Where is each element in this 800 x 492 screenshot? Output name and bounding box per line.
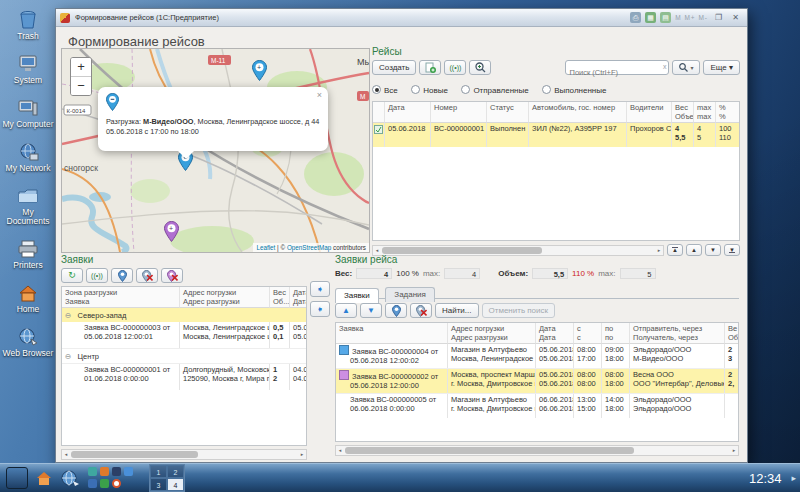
capacity-summary: Вес: 4 100 % max: 4 Объем: 5,5 110 % max… — [335, 268, 739, 279]
close-button[interactable]: ✕ — [729, 13, 742, 22]
desktop-icon-system[interactable]: System — [0, 54, 56, 85]
desktop-icon-my-computer[interactable]: My Computer — [0, 98, 56, 129]
create-trip-button[interactable]: Создать — [372, 60, 416, 75]
zone-group-row[interactable]: ⊖ Северо-запад — [62, 308, 306, 322]
hide-pin-button[interactable] — [136, 268, 158, 283]
popup-org: М-Видео/ООО — [143, 117, 193, 126]
move-up-button[interactable]: ▲ — [335, 303, 357, 318]
radio-icon — [461, 85, 470, 94]
maximize-button[interactable]: ❐ — [712, 13, 725, 22]
taskbar: 1 2 3 4 12:34 ▸ — [0, 463, 800, 492]
leaflet-link[interactable]: Leaflet — [256, 244, 275, 251]
tab-requests[interactable]: Заявки — [335, 288, 379, 303]
volume-value: 5,5 — [532, 268, 568, 279]
trips-search-field[interactable]: x — [565, 60, 669, 75]
svg-text:Мы: Мы — [357, 57, 369, 67]
print-icon[interactable]: ⎙ — [630, 12, 641, 23]
search-input[interactable] — [566, 66, 658, 79]
desktop-icon-my-network[interactable]: My Network — [0, 142, 56, 173]
request-row[interactable]: Заявка ВС-000000001 от01.06.2018 0:00:00… — [62, 364, 306, 390]
cancel-search-button[interactable]: Отменить поиск — [482, 303, 556, 318]
trip-requests-title: Заявки рейса — [335, 254, 739, 265]
tree-expander-icon[interactable]: ⊖ — [65, 352, 71, 361]
show-on-map-button[interactable]: ((•)) — [444, 60, 466, 75]
show-pin-button[interactable] — [111, 268, 133, 283]
map-marker-blue-plus[interactable]: + — [252, 60, 267, 81]
move-down-button[interactable]: ▼ — [360, 303, 382, 318]
desktop-icon-trash[interactable]: Trash — [0, 10, 56, 41]
tab-tasks[interactable]: Задания — [385, 287, 435, 302]
trip-requests-table[interactable]: Заявка Адрес погрузкиАдрес разгрузки Дат… — [335, 322, 739, 442]
broadcast-button[interactable]: ((•)) — [86, 268, 108, 283]
show-pin-button[interactable] — [385, 303, 407, 318]
trip-request-row-selected[interactable]: Заявка ВС-000000002 от05.06.2018 12:00:0… — [336, 369, 738, 394]
zone-group-row[interactable]: ⊖ Центр — [62, 349, 306, 364]
network-globe-icon — [17, 142, 39, 162]
hide-pin-button[interactable] — [410, 303, 432, 318]
trip-request-row[interactable]: Заявка ВС-000000004 от05.06.2018 12:00:0… — [336, 344, 738, 369]
trip-requests-hscrollbar[interactable]: ◂▸ — [335, 445, 739, 456]
calculator-memory-buttons[interactable]: M M+ M- — [675, 14, 708, 21]
map-zoom-in-button[interactable]: + — [71, 58, 91, 77]
map-view[interactable]: Химки сногорск Мы М-11 К-0014 М + − + + … — [61, 48, 370, 253]
move-to-trip-button[interactable]: ➧ — [310, 281, 330, 297]
zoom-to-object-button[interactable] — [469, 60, 491, 75]
trips-panel-title: Рейсы — [372, 46, 740, 57]
hide-all-pins-button[interactable] — [161, 268, 183, 283]
find-button[interactable]: Найти... — [435, 303, 479, 318]
pager-desktop-2[interactable]: 2 — [167, 465, 184, 478]
quick-launch-icons[interactable] — [88, 467, 135, 490]
pin-icon — [118, 270, 127, 282]
map-zoom-out-button[interactable]: − — [71, 77, 91, 95]
trip-row[interactable]: 05.06.2018 ВС-000000001 Выполнен ЗИЛ (№2… — [373, 123, 739, 147]
osm-link[interactable]: OpenStreetMap — [287, 244, 331, 251]
desktop-pager[interactable]: 1 2 3 4 — [149, 464, 185, 492]
start-menu-icon[interactable] — [6, 467, 28, 489]
filter-new[interactable]: Новые — [411, 79, 457, 96]
requests-table[interactable]: Зона разгрузкиЗаявка Адрес погрузкиАдрес… — [61, 286, 307, 446]
taskbar-home-icon[interactable] — [34, 468, 54, 488]
taskbar-clock[interactable]: 12:34 — [749, 471, 792, 486]
move-from-trip-button[interactable]: ➧ — [310, 301, 330, 317]
desktop-icon-home[interactable]: Home — [0, 283, 56, 314]
svg-text:М-11: М-11 — [211, 57, 226, 64]
broadcast-icon: ((•)) — [450, 61, 462, 74]
more-button[interactable]: Еще ▾ — [703, 60, 740, 75]
request-row[interactable]: Заявка ВС-000000003 от05.06.2018 12:00:0… — [62, 322, 306, 349]
window-titlebar[interactable]: Формирование рейсов (1С:Предприятие) ⎙ ▦… — [56, 9, 747, 27]
svg-text:М: М — [360, 93, 365, 100]
requests-hscrollbar[interactable]: ◂▸ — [61, 449, 307, 460]
tree-expander-icon[interactable]: ⊖ — [65, 311, 71, 320]
window-title: Формирование рейсов (1С:Предприятие) — [75, 13, 219, 22]
calculator-icon[interactable]: ▤ — [660, 12, 671, 23]
desktop-icon-web-browser[interactable]: Web Browser — [0, 327, 56, 358]
search-button[interactable]: ▾ — [672, 60, 700, 75]
search-clear-icon[interactable]: x — [663, 63, 667, 70]
popup-close-icon[interactable]: × — [317, 90, 322, 100]
filter-sent[interactable]: Отправленные — [461, 79, 537, 96]
trip-request-row[interactable]: Заявка ВС-000000005 от06.06.2018 0:00:00… — [336, 394, 738, 418]
pin-off-icon — [142, 270, 153, 282]
pager-desktop-4[interactable]: 4 — [167, 478, 184, 491]
pins-off-icon — [167, 270, 178, 282]
pager-desktop-1[interactable]: 1 — [150, 465, 167, 478]
map-marker-purple-plus[interactable]: + — [164, 221, 179, 242]
trips-header-row: Дата Номер Статус Автомобиль, гос. номер… — [373, 102, 739, 123]
pager-desktop-3[interactable]: 3 — [150, 478, 167, 491]
radio-icon — [542, 85, 551, 94]
filter-done[interactable]: Выполненные — [542, 79, 615, 96]
1c-app-icon — [60, 13, 70, 23]
desktop-icon-my-documents[interactable]: My Documents — [0, 186, 56, 226]
filter-all[interactable]: Все — [372, 79, 407, 96]
calendar-icon[interactable]: ▦ — [645, 12, 656, 23]
taskbar-browser-icon[interactable] — [60, 468, 80, 488]
desktop-icon-printers[interactable]: Printers — [0, 239, 56, 270]
weight-value: 4 — [356, 268, 392, 279]
create-by-copy-button[interactable] — [419, 60, 441, 75]
taskbar-expand-icon[interactable]: ▸ — [791, 473, 800, 483]
arrow-down-icon: ▼ — [367, 306, 375, 315]
radio-icon — [411, 85, 420, 94]
requests-header-row: Зона разгрузкиЗаявка Адрес погрузкиАдрес… — [62, 287, 306, 308]
refresh-button[interactable]: ↻ — [61, 268, 83, 283]
trips-table[interactable]: Дата Номер Статус Автомобиль, гос. номер… — [372, 101, 740, 241]
